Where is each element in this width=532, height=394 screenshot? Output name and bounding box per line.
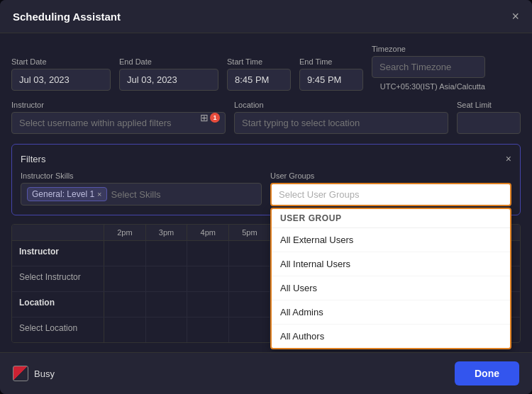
grid-cell bbox=[229, 266, 271, 291]
timezone-label: Timezone bbox=[372, 45, 485, 53]
instructor-skills-group: Instructor Skills General: Level 1 × Sel… bbox=[21, 171, 262, 206]
skills-input-wrap[interactable]: General: Level 1 × Select Skills bbox=[21, 183, 262, 206]
end-time-label: End Time bbox=[299, 57, 363, 66]
location-label: Location bbox=[234, 101, 448, 109]
end-date-group: End Date bbox=[119, 57, 218, 91]
grid-location-label: Location bbox=[12, 292, 104, 317]
skill-tag-remove[interactable]: × bbox=[97, 190, 101, 198]
start-time-label: Start Time bbox=[227, 57, 291, 66]
grid-label-col-header bbox=[12, 225, 104, 240]
modal-header: Scheduling Assistant × bbox=[0, 0, 532, 33]
grid-time-2pm: 2pm bbox=[104, 225, 146, 240]
busy-label: Busy bbox=[34, 368, 55, 379]
grid-cell bbox=[146, 292, 188, 317]
grid-cell bbox=[104, 266, 146, 291]
instructor-label: Instructor bbox=[11, 101, 226, 109]
start-date-group: Start Date bbox=[11, 57, 111, 91]
grid-cell bbox=[104, 317, 146, 342]
grid-cell bbox=[104, 241, 146, 266]
grid-time-4pm: 4pm bbox=[187, 225, 229, 240]
busy-color-box bbox=[13, 366, 28, 381]
skill-tag-label: General: Level 1 bbox=[32, 189, 94, 199]
user-groups-dropdown: User Group All External Users All Intern… bbox=[270, 208, 511, 349]
timezone-group: Timezone UTC+05:30(IST) Asia/Calcutta bbox=[372, 45, 485, 91]
grid-cell bbox=[104, 292, 146, 317]
dropdown-item-all-external[interactable]: All External Users bbox=[272, 228, 510, 252]
user-groups-group: User Groups User Group All External User… bbox=[270, 171, 511, 206]
instructor-row: Instructor ⊞ 1 Location Seat Limit bbox=[11, 101, 521, 134]
grid-cell bbox=[146, 266, 188, 291]
grid-time-3pm: 3pm bbox=[146, 225, 188, 240]
modal-title: Scheduling Assistant bbox=[13, 11, 121, 23]
grid-cell bbox=[146, 317, 188, 342]
user-groups-input[interactable] bbox=[270, 183, 511, 206]
filters-header: Filters × bbox=[21, 153, 511, 164]
instructor-input[interactable] bbox=[11, 112, 226, 134]
location-input[interactable] bbox=[234, 112, 448, 134]
start-time-group: Start Time bbox=[227, 57, 291, 91]
seat-limit-input[interactable] bbox=[457, 112, 521, 134]
dropdown-item-all-internal[interactable]: All Internal Users bbox=[272, 252, 510, 276]
grid-select-instructor-label: Select Instructor bbox=[12, 266, 104, 291]
end-date-label: End Date bbox=[119, 57, 218, 66]
grid-cell bbox=[229, 292, 271, 317]
close-button[interactable]: × bbox=[511, 10, 519, 23]
grid-cell bbox=[229, 317, 271, 342]
start-date-input[interactable] bbox=[11, 69, 111, 91]
skill-tag: General: Level 1 × bbox=[27, 187, 107, 201]
grid-cell bbox=[187, 317, 229, 342]
busy-indicator: Busy bbox=[13, 366, 55, 381]
grid-select-location-label: Select Location bbox=[12, 317, 104, 342]
end-time-input[interactable] bbox=[299, 69, 363, 91]
start-date-label: Start Date bbox=[11, 57, 111, 66]
location-group: Location bbox=[234, 101, 448, 134]
filter-badge-container: ⊞ 1 bbox=[200, 112, 220, 123]
seat-limit-group: Seat Limit bbox=[457, 101, 521, 134]
done-button[interactable]: Done bbox=[455, 361, 519, 385]
modal-overlay: Scheduling Assistant × Start Date End Da… bbox=[0, 0, 532, 394]
grid-instructor-label: Instructor bbox=[12, 241, 104, 266]
seat-limit-label: Seat Limit bbox=[457, 101, 521, 109]
filters-section: Filters × Instructor Skills General: Lev… bbox=[11, 144, 521, 215]
dropdown-item-all-users[interactable]: All Users bbox=[272, 276, 510, 300]
filters-row: Instructor Skills General: Level 1 × Sel… bbox=[21, 171, 511, 206]
filter-count-badge: 1 bbox=[210, 113, 220, 123]
skills-placeholder: Select Skills bbox=[111, 189, 161, 200]
grid-cell bbox=[187, 292, 229, 317]
user-groups-label: User Groups bbox=[270, 171, 511, 180]
date-row: Start Date End Date Start Time End Time … bbox=[11, 45, 521, 91]
filter-icon[interactable]: ⊞ bbox=[200, 112, 209, 123]
modal-body: Start Date End Date Start Time End Time … bbox=[0, 33, 532, 352]
dropdown-section-header: User Group bbox=[272, 209, 510, 228]
end-time-group: End Time bbox=[299, 57, 363, 91]
dropdown-item-all-authors[interactable]: All Authors bbox=[272, 325, 510, 348]
timezone-note: UTC+05:30(IST) Asia/Calcutta bbox=[372, 82, 485, 91]
dropdown-item-all-admins[interactable]: All Admins bbox=[272, 300, 510, 325]
filters-title: Filters bbox=[21, 154, 45, 164]
grid-cell bbox=[146, 241, 188, 266]
start-time-input[interactable] bbox=[227, 69, 291, 91]
grid-cell bbox=[187, 266, 229, 291]
grid-cell bbox=[187, 241, 229, 266]
grid-cell bbox=[229, 241, 271, 266]
instructor-group: Instructor ⊞ 1 bbox=[11, 101, 226, 134]
filters-close-button[interactable]: × bbox=[506, 153, 511, 164]
end-date-input[interactable] bbox=[119, 69, 218, 91]
grid-time-5pm: 5pm bbox=[229, 225, 271, 240]
timezone-input[interactable] bbox=[372, 56, 485, 78]
modal-footer: Busy Done bbox=[0, 352, 532, 394]
instructor-skills-label: Instructor Skills bbox=[21, 171, 262, 180]
scheduling-assistant-modal: Scheduling Assistant × Start Date End Da… bbox=[0, 0, 532, 394]
